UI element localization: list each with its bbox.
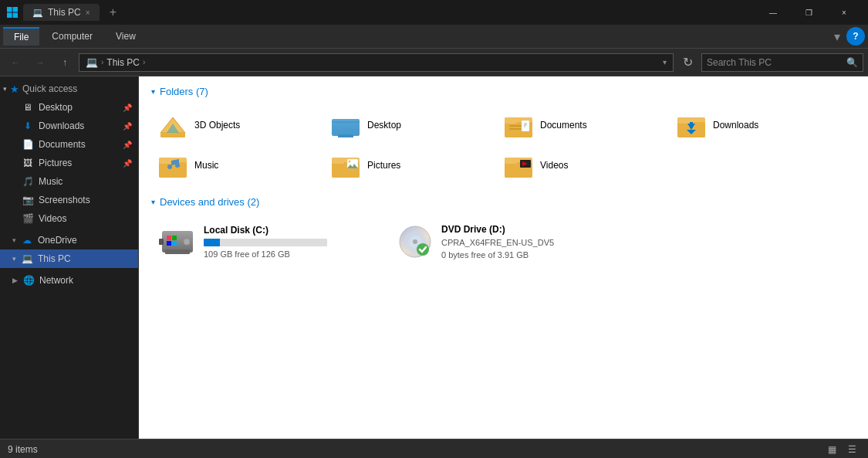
sidebar-item-screenshots[interactable]: 📷 Screenshots — [0, 191, 138, 209]
folder-icon-pictures — [330, 151, 361, 179]
svg-rect-46 — [172, 241, 177, 246]
drive-c-space: 109 GB free of 126 GB — [204, 249, 327, 259]
devices-section-title: Devices and drives (2) — [160, 196, 259, 208]
folder-item-3d-objects[interactable]: 3D Objects — [151, 107, 321, 144]
pin-icon-documents: 📌 — [123, 141, 132, 149]
network-arrow: ▶ — [12, 276, 18, 284]
sidebar-item-music[interactable]: 🎵 Music — [0, 172, 138, 191]
address-bar: ← → ↑ 💻 › This PC › ▾ ↻ Search This PC 🔍 — [0, 49, 868, 76]
status-view-controls: ▦ ☰ — [823, 441, 860, 458]
sidebar-pictures-label: Pictures — [39, 158, 72, 168]
ribbon-tab-file[interactable]: File — [3, 27, 39, 46]
folder-label-downloads: Downloads — [713, 120, 758, 131]
svg-rect-5 — [160, 133, 185, 137]
ribbon-help-btn[interactable]: ? — [846, 27, 865, 46]
folder-item-desktop[interactable]: Desktop — [324, 107, 494, 144]
ribbon-tab-view[interactable]: View — [105, 28, 147, 45]
svg-rect-43 — [167, 236, 171, 240]
folder-item-videos[interactable]: Videos — [497, 147, 667, 184]
sidebar-music-label: Music — [39, 176, 62, 187]
quick-access-star-icon: ★ — [10, 83, 19, 95]
drive-c-name: Local Disk (C:) — [204, 225, 327, 236]
folder-item-downloads[interactable]: Downloads — [670, 107, 839, 144]
drive-c-info: Local Disk (C:) 109 GB free of 126 GB — [204, 225, 327, 259]
pin-icon-pictures: 📌 — [123, 159, 132, 168]
svg-rect-12 — [505, 117, 517, 124]
svg-rect-35 — [505, 158, 517, 164]
folder-label-documents: Documents — [540, 120, 587, 131]
drive-d-space: 0 bytes free of 3.91 GB — [441, 250, 554, 260]
sidebar-item-videos[interactable]: 🎬 Videos — [0, 209, 138, 228]
sidebar: ▾ ★ Quick access 🖥 Desktop 📌 ⬇ Downloads… — [0, 76, 139, 439]
network-icon: 🌐 — [22, 274, 35, 287]
sidebar-item-downloads[interactable]: ⬇ Downloads 📌 — [0, 117, 138, 135]
sidebar-screenshots-label: Screenshots — [39, 195, 90, 205]
search-box[interactable]: Search This PC 🔍 — [701, 53, 863, 72]
quick-access-header[interactable]: ▾ ★ Quick access — [0, 80, 138, 98]
folder-icon-music — [157, 151, 188, 179]
sidebar-item-thispc[interactable]: ▾ 💻 This PC — [0, 249, 138, 268]
address-path[interactable]: 💻 › This PC › ▾ — [79, 53, 674, 72]
quick-access-label: Quick access — [22, 83, 77, 94]
up-btn[interactable]: ↑ — [54, 52, 76, 73]
ribbon-tabs: File Computer View ▾ ? — [0, 25, 868, 48]
sidebar-videos-label: Videos — [39, 213, 66, 224]
folders-section-header[interactable]: ▾ Folders (7) — [151, 86, 856, 97]
sidebar-item-onedrive[interactable]: ▾ ☁ OneDrive — [0, 231, 138, 249]
search-icon: 🔍 — [846, 57, 858, 68]
maximize-btn[interactable]: ❒ — [791, 0, 826, 25]
active-tab[interactable]: 💻 This PC × — [23, 4, 100, 21]
sidebar-documents-label: Documents — [39, 139, 86, 150]
folder-item-pictures[interactable]: Pictures — [324, 147, 494, 184]
drive-c-bar — [204, 239, 220, 246]
svg-point-51 — [413, 239, 417, 244]
svg-rect-20 — [690, 122, 693, 128]
svg-rect-9 — [338, 134, 353, 137]
ribbon-collapse-btn[interactable]: ▾ — [829, 29, 845, 44]
forward-btn[interactable]: → — [29, 52, 51, 73]
close-btn[interactable]: × — [826, 0, 862, 25]
folder-item-music[interactable]: Music — [151, 147, 321, 184]
status-bar: 9 items ▦ ☰ — [0, 439, 868, 458]
svg-rect-3 — [13, 13, 19, 19]
documents-icon: 📄 — [22, 138, 34, 151]
tab-label: This PC — [48, 7, 81, 18]
ribbon-tab-computer[interactable]: Computer — [41, 28, 103, 45]
details-view-btn[interactable]: ☰ — [843, 441, 860, 458]
folder-label-pictures: Pictures — [367, 160, 400, 171]
downloads-icon: ⬇ — [22, 120, 34, 132]
svg-rect-1 — [13, 7, 19, 12]
search-placeholder: Search This PC — [707, 57, 843, 68]
svg-rect-14 — [509, 128, 522, 130]
large-icons-view-btn[interactable]: ▦ — [823, 441, 840, 458]
tab-close-btn[interactable]: × — [86, 8, 90, 17]
folder-icon-downloads — [676, 111, 707, 139]
devices-section-header[interactable]: ▾ Devices and drives (2) — [151, 196, 856, 208]
refresh-btn[interactable]: ↻ — [677, 52, 698, 73]
title-bar: 💻 This PC × + — ❒ × — [0, 0, 868, 25]
folder-icon-3d — [157, 111, 188, 139]
sidebar-network-label: Network — [39, 275, 73, 286]
back-btn[interactable]: ← — [5, 52, 26, 73]
svg-rect-18 — [677, 117, 690, 124]
drive-item-d[interactable]: DVD Drive (D:) CPRA_X64FRE_EN-US_DV5 0 b… — [389, 217, 620, 266]
sidebar-item-desktop[interactable]: 🖥 Desktop 📌 — [0, 98, 138, 117]
pin-icon-desktop: 📌 — [123, 103, 132, 112]
path-segment: This PC — [106, 57, 140, 68]
folder-item-documents[interactable]: Documents — [497, 107, 667, 144]
main-layout: ▾ ★ Quick access 🖥 Desktop 📌 ⬇ Downloads… — [0, 76, 868, 439]
onedrive-arrow: ▾ — [12, 236, 16, 244]
folder-grid: 3D Objects Desktop — [151, 107, 856, 184]
svg-point-31 — [349, 161, 351, 163]
sidebar-item-pictures[interactable]: 🖼 Pictures 📌 — [0, 154, 138, 172]
sidebar-onedrive-label: OneDrive — [38, 235, 77, 246]
path-dropdown-btn[interactable]: ▾ — [663, 58, 667, 66]
sidebar-item-documents[interactable]: 📄 Documents 📌 — [0, 135, 138, 154]
sidebar-item-network[interactable]: ▶ 🌐 Network — [0, 271, 138, 290]
drive-item-c[interactable]: Local Disk (C:) 109 GB free of 126 GB — [151, 217, 383, 266]
tab-icon: 💻 — [32, 8, 43, 18]
add-tab-btn[interactable]: + — [104, 3, 123, 22]
folders-collapse-arrow: ▾ — [151, 87, 155, 96]
minimize-btn[interactable]: — — [755, 0, 791, 25]
sidebar-thispc-label: This PC — [38, 253, 71, 264]
